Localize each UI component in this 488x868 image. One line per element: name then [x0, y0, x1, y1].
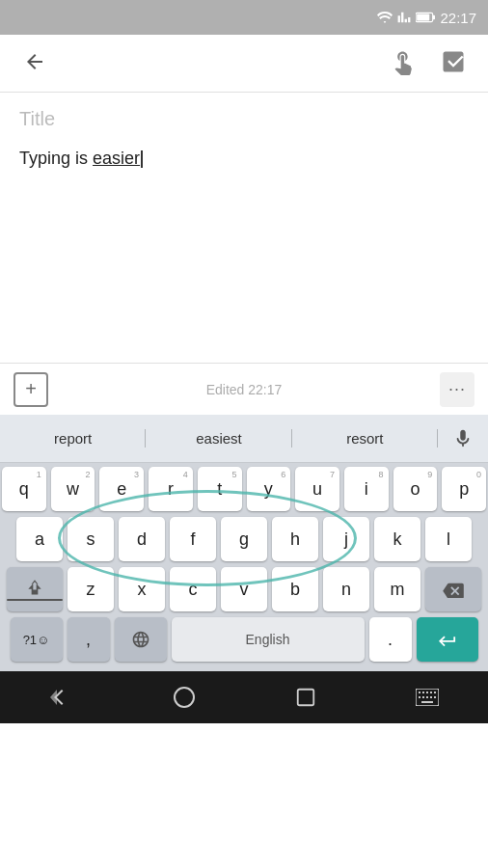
svg-rect-4: [297, 690, 313, 706]
bottom-toolbar: + Edited 22:17 ···: [0, 363, 488, 415]
key-h[interactable]: h: [272, 517, 318, 561]
svg-rect-14: [430, 696, 432, 698]
title-placeholder: Title: [19, 108, 469, 130]
battery-icon: [416, 12, 435, 23]
svg-rect-8: [426, 692, 428, 693]
key-row-3: z x c v b n m: [2, 567, 486, 611]
shift-key[interactable]: [7, 567, 63, 611]
suggestion-resort[interactable]: resort: [292, 422, 438, 454]
svg-rect-9: [430, 692, 432, 693]
signal-icon: [397, 11, 411, 24]
key-x[interactable]: x: [119, 567, 165, 611]
svg-point-3: [175, 688, 194, 707]
period-key[interactable]: .: [369, 617, 412, 662]
enter-key[interactable]: [417, 617, 478, 662]
delete-key[interactable]: [425, 567, 481, 611]
key-l[interactable]: l: [425, 517, 472, 561]
numbers-key[interactable]: ?1☺: [11, 617, 63, 662]
app-bar: [0, 35, 488, 93]
key-row-2: a s d f g h j k l: [2, 517, 486, 561]
svg-rect-11: [419, 696, 420, 698]
key-w[interactable]: 2w: [51, 467, 95, 511]
note-text[interactable]: Typing is easier: [19, 146, 469, 172]
globe-key[interactable]: [115, 617, 167, 662]
svg-rect-6: [419, 692, 420, 693]
svg-rect-10: [434, 692, 436, 693]
nav-back-button[interactable]: [50, 686, 73, 709]
keyboard-area: report easiest resort 1q 2w 3e 4r 5t 6y …: [0, 415, 488, 671]
content-area[interactable]: Title Typing is easier: [0, 93, 488, 363]
key-m[interactable]: m: [374, 567, 420, 611]
key-c[interactable]: c: [170, 567, 216, 611]
add-button[interactable]: +: [14, 372, 48, 407]
more-button[interactable]: ···: [440, 372, 474, 407]
key-i[interactable]: 8i: [344, 467, 389, 511]
key-row-bottom: ?1☺ , English .: [2, 617, 486, 662]
key-r[interactable]: 4r: [149, 467, 193, 511]
nav-home-button[interactable]: [173, 686, 196, 709]
key-v[interactable]: v: [221, 567, 267, 611]
key-z[interactable]: z: [68, 567, 114, 611]
key-j[interactable]: j: [323, 517, 369, 561]
status-bar: 22:17: [0, 0, 488, 35]
svg-rect-1: [418, 14, 430, 21]
suggestion-report[interactable]: report: [0, 422, 146, 454]
key-row-1: 1q 2w 3e 4r 5t 6y 7u 8i 9o 0p: [2, 467, 486, 511]
svg-rect-7: [422, 692, 424, 693]
mic-button[interactable]: [438, 428, 488, 449]
key-e[interactable]: 3e: [99, 467, 144, 511]
space-key[interactable]: English: [172, 617, 365, 662]
suggestions-row: report easiest resort: [0, 415, 488, 463]
key-f[interactable]: f: [170, 517, 216, 561]
svg-rect-2: [433, 15, 435, 20]
bottom-nav: [0, 671, 488, 723]
svg-rect-12: [422, 696, 424, 698]
note-text-underline: easier: [93, 149, 140, 168]
key-p[interactable]: 0p: [442, 467, 486, 511]
app-bar-right: [384, 42, 473, 85]
app-bar-left: [15, 42, 54, 85]
key-q[interactable]: 1q: [2, 467, 46, 511]
key-d[interactable]: d: [119, 517, 165, 561]
key-u[interactable]: 7u: [295, 467, 339, 511]
wifi-icon: [377, 11, 393, 24]
text-cursor: [141, 150, 143, 168]
key-o[interactable]: 9o: [393, 467, 438, 511]
key-b[interactable]: b: [272, 567, 318, 611]
edit-timestamp: Edited 22:17: [206, 382, 283, 397]
status-icons: 22:17: [377, 10, 476, 26]
key-s[interactable]: s: [68, 517, 114, 561]
save-button[interactable]: [434, 42, 473, 85]
svg-rect-13: [426, 696, 428, 698]
nav-recent-button[interactable]: [295, 687, 316, 708]
suggestion-easiest[interactable]: easiest: [146, 422, 291, 454]
key-k[interactable]: k: [374, 517, 420, 561]
status-time: 22:17: [440, 10, 476, 26]
nav-keyboard-button[interactable]: [416, 689, 439, 706]
gesture-icon-button[interactable]: [384, 42, 422, 85]
svg-rect-16: [421, 701, 433, 703]
key-t[interactable]: 5t: [198, 467, 242, 511]
key-y[interactable]: 6y: [247, 467, 291, 511]
key-g[interactable]: g: [221, 517, 267, 561]
svg-rect-15: [434, 696, 436, 698]
back-button[interactable]: [15, 42, 54, 85]
comma-key[interactable]: ,: [68, 617, 110, 662]
key-a[interactable]: a: [16, 517, 63, 561]
note-text-main: Typing is: [19, 149, 93, 168]
key-n[interactable]: n: [323, 567, 369, 611]
keyboard-keys: 1q 2w 3e 4r 5t 6y 7u 8i 9o 0p a s d f g …: [0, 463, 488, 671]
